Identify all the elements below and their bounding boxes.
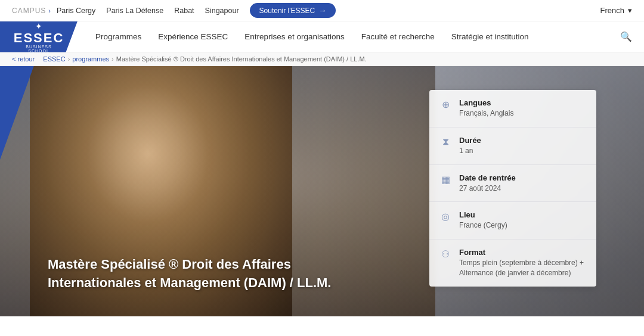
breadcrumb-current: Mastère Spécialisé ® Droit des Affaires … — [116, 55, 367, 63]
info-langues-content: Langues Français, Anglais — [459, 98, 513, 119]
logo-name: ESSEC — [14, 32, 64, 45]
calendar-icon: ▦ — [439, 174, 452, 185]
globe-icon: ⊕ — [439, 99, 452, 110]
info-lieu-value: France (Cergy) — [459, 220, 507, 231]
language-selector[interactable]: French ▾ — [600, 6, 632, 15]
back-link[interactable]: < retour — [12, 55, 35, 63]
breadcrumb: < retour ESSEC › programmes › Mastère Sp… — [0, 52, 644, 66]
nav-strategie[interactable]: Stratégie et institution — [451, 32, 529, 41]
hero-title-block: Mastère Spécialisé ® Droit des Affaires … — [48, 256, 334, 293]
campus-link-singapour[interactable]: Singapour — [205, 7, 239, 15]
person-icon: ⚇ — [439, 248, 452, 260]
campus-link-paris-cergy[interactable]: Paris Cergy — [57, 7, 95, 15]
info-duree-content: Durée 1 an — [459, 136, 481, 156]
main-nav: ✦ ESSEC BUSINESS SCHOOL Programmes Expér… — [0, 21, 644, 52]
info-format-content: Format Temps plein (septembre à décembre… — [459, 248, 587, 278]
hero-section: Mastère Spécialisé ® Droit des Affaires … — [0, 66, 644, 316]
logo[interactable]: ✦ ESSEC BUSINESS SCHOOL — [0, 21, 78, 52]
nav-entreprises[interactable]: Entreprises et organisations — [244, 32, 344, 41]
info-format-label: Format — [459, 248, 587, 257]
breadcrumb-programmes[interactable]: programmes — [72, 55, 109, 63]
language-chevron-icon: ▾ — [628, 6, 632, 15]
campus-label: CAMPUS — [12, 7, 46, 15]
info-lieu-label: Lieu — [459, 210, 507, 219]
info-date-value: 27 août 2024 — [459, 183, 516, 194]
info-row-format: ⚇ Format Temps plein (septembre à décemb… — [429, 239, 596, 287]
hourglass-icon: ⧗ — [439, 136, 452, 147]
campus-section: CAMPUS › — [12, 7, 51, 15]
logo-sub1: BUSINESS — [14, 45, 64, 49]
campus-link-rabat[interactable]: Rabat — [174, 7, 194, 15]
info-duree-label: Durée — [459, 136, 481, 145]
hero-title: Mastère Spécialisé ® Droit des Affaires … — [48, 256, 334, 293]
info-duree-value: 1 an — [459, 146, 481, 156]
info-date-label: Date de rentrée — [459, 173, 516, 182]
campus-chevron-icon: › — [48, 7, 51, 14]
info-row-duree: ⧗ Durée 1 an — [429, 127, 596, 165]
language-label: French — [600, 6, 624, 15]
campus-link-paris-defense[interactable]: Paris La Défense — [106, 7, 163, 15]
info-date-content: Date de rentrée 27 août 2024 — [459, 173, 516, 194]
soutenir-label: Soutenir l'ESSEC — [259, 7, 315, 15]
info-format-value: Temps plein (septembre à décembre) + Alt… — [459, 258, 587, 278]
nav-faculte[interactable]: Faculté et recherche — [361, 32, 435, 41]
info-langues-label: Langues — [459, 98, 513, 107]
nav-links: Programmes Expérience ESSEC Entreprises … — [95, 32, 529, 41]
info-lieu-content: Lieu France (Cergy) — [459, 210, 507, 231]
campus-links: Paris Cergy Paris La Défense Rabat Singa… — [57, 7, 239, 15]
location-icon: ◎ — [439, 211, 452, 222]
soutenir-arrow-icon: → — [318, 6, 326, 15]
nav-experience[interactable]: Expérience ESSEC — [158, 32, 228, 41]
info-langues-value: Français, Anglais — [459, 108, 513, 119]
info-row-date: ▦ Date de rentrée 27 août 2024 — [429, 165, 596, 203]
breadcrumb-essec[interactable]: ESSEC — [43, 55, 65, 63]
info-row-lieu: ◎ Lieu France (Cergy) — [429, 202, 596, 239]
logo-icon: ✦ — [35, 21, 42, 31]
info-row-langues: ⊕ Langues Français, Anglais — [429, 90, 596, 127]
soutenir-button[interactable]: Soutenir l'ESSEC → — [250, 3, 336, 18]
nav-programmes[interactable]: Programmes — [95, 32, 141, 41]
search-icon[interactable]: 🔍 — [620, 31, 632, 42]
info-panel: ⊕ Langues Français, Anglais ⧗ Durée 1 an… — [429, 90, 596, 287]
top-bar: CAMPUS › Paris Cergy Paris La Défense Ra… — [0, 0, 644, 21]
